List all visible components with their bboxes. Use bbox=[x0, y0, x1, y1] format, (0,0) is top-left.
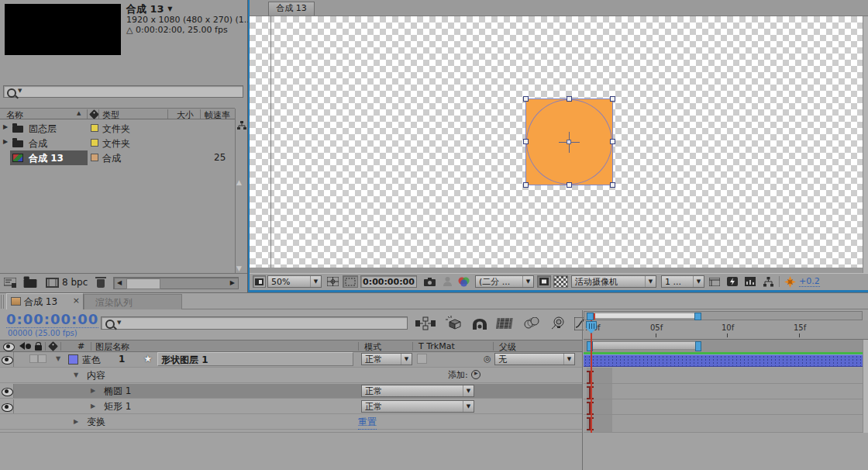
transform-reset-link[interactable]: 重置 bbox=[358, 416, 377, 430]
scroll-up-icon[interactable]: ▲ bbox=[236, 178, 242, 186]
mini-flowchart-button[interactable] bbox=[761, 275, 775, 288]
column-type[interactable]: 类型 bbox=[102, 109, 119, 121]
column-trkmat[interactable]: T TrkMat bbox=[418, 341, 455, 351]
scroll-down-icon[interactable]: ▼ bbox=[236, 264, 242, 272]
selection-handle[interactable] bbox=[610, 182, 615, 188]
panel-grip[interactable] bbox=[1, 295, 5, 309]
scroll-right-icon[interactable]: ▶ bbox=[230, 279, 235, 286]
rect-label[interactable]: 矩形 1 bbox=[104, 400, 131, 413]
selection-handle[interactable] bbox=[610, 96, 615, 102]
project-row-comp13[interactable]: 合成 13 合成 25 bbox=[0, 150, 235, 165]
column-parent[interactable]: 父级 bbox=[499, 341, 516, 353]
motion-blur-button[interactable] bbox=[521, 315, 542, 332]
navigator-handle-right[interactable] bbox=[694, 313, 701, 320]
eye-toggle[interactable] bbox=[0, 399, 14, 413]
exposure-aperture-icon[interactable] bbox=[783, 275, 797, 288]
label-swatch-yellow[interactable] bbox=[91, 124, 98, 132]
navigator-handle-left[interactable] bbox=[587, 313, 594, 320]
time-navigator-track[interactable] bbox=[584, 311, 863, 320]
layer-mode-dropdown[interactable]: 正常 ▼ bbox=[361, 353, 412, 365]
column-layer-name[interactable]: 图层名称 bbox=[95, 341, 129, 353]
expand-contents-icon[interactable]: ▼ bbox=[74, 372, 78, 378]
project-flowchart-icon[interactable] bbox=[237, 121, 246, 130]
project-search-input[interactable]: ▼ bbox=[3, 85, 243, 98]
label-color-name[interactable]: 蓝色 bbox=[82, 354, 101, 367]
label-column-icon[interactable] bbox=[48, 341, 58, 351]
column-mode[interactable]: 模式 bbox=[364, 341, 381, 353]
draft-3d-button[interactable] bbox=[442, 315, 465, 332]
composition-mini-flowchart-button[interactable] bbox=[413, 315, 438, 332]
lock-toggle[interactable] bbox=[38, 354, 46, 363]
eye-toggle[interactable] bbox=[0, 352, 14, 367]
solo-toggle[interactable] bbox=[29, 354, 38, 363]
transform-label[interactable]: 变换 bbox=[87, 416, 105, 429]
item-name[interactable]: 合成 bbox=[29, 137, 47, 150]
scrollbar-thumb[interactable] bbox=[126, 278, 160, 289]
column-name[interactable]: 名称 bbox=[6, 109, 23, 121]
work-area-bar[interactable] bbox=[587, 341, 701, 350]
selection-handle[interactable] bbox=[610, 139, 615, 144]
grid-guides-button[interactable] bbox=[325, 275, 340, 288]
transform-row[interactable]: ▶ 变换 重置 bbox=[0, 415, 582, 430]
column-index[interactable]: # bbox=[78, 341, 84, 351]
shy-layers-button[interactable] bbox=[469, 315, 491, 332]
expand-rect-icon[interactable]: ▶ bbox=[91, 403, 95, 410]
region-of-interest-button[interactable] bbox=[537, 275, 551, 288]
chevron-down-icon[interactable]: ▼ bbox=[18, 88, 22, 94]
active-camera-dropdown[interactable]: 活动摄像机 ▼ bbox=[571, 275, 656, 288]
column-size[interactable]: 大小 bbox=[177, 109, 194, 121]
workarea-handle-right[interactable] bbox=[695, 341, 701, 351]
tab-timeline-comp[interactable]: 合成 13 × bbox=[6, 293, 84, 309]
show-snapshot-button[interactable] bbox=[440, 275, 454, 288]
project-row-solids[interactable]: ▶ 固态层 文件夹 bbox=[0, 121, 235, 136]
new-folder-button[interactable] bbox=[23, 278, 37, 289]
tab-render-queue[interactable]: 渲染队列 bbox=[84, 294, 182, 309]
ellipse-label[interactable]: 椭圆 1 bbox=[104, 385, 131, 398]
snapshot-camera-button[interactable] bbox=[422, 275, 437, 288]
viewer-vscrollbar[interactable] bbox=[863, 16, 868, 273]
roi-button[interactable] bbox=[343, 275, 358, 288]
brainstorm-button[interactable] bbox=[547, 315, 569, 332]
contents-label[interactable]: 内容 bbox=[87, 369, 105, 382]
layer-duration-bar[interactable] bbox=[584, 354, 868, 367]
timeline-column-divider[interactable] bbox=[582, 310, 583, 470]
ellipse-mode-dropdown[interactable]: 正常 ▼ bbox=[361, 385, 474, 397]
channels-button[interactable] bbox=[456, 275, 473, 288]
selection-handle[interactable] bbox=[567, 182, 572, 188]
parent-pickwhip-icon[interactable]: ◎ bbox=[484, 354, 491, 364]
expand-arrow-icon[interactable]: ▶ bbox=[3, 123, 8, 130]
time-ruler[interactable]: :00f 05f 10f 15f bbox=[584, 320, 868, 340]
selection-handle[interactable] bbox=[523, 139, 529, 144]
label-column-icon[interactable] bbox=[89, 109, 99, 119]
timeline-vscrollbar[interactable] bbox=[863, 340, 868, 433]
expand-ellipse-icon[interactable]: ▶ bbox=[91, 387, 95, 394]
exposure-value[interactable]: +0.2 bbox=[799, 276, 820, 287]
timeline-button[interactable] bbox=[708, 275, 722, 288]
selection-handle[interactable] bbox=[523, 182, 529, 188]
selection-handle[interactable] bbox=[567, 96, 572, 102]
histogram-button[interactable] bbox=[743, 275, 757, 288]
transparency-grid-button[interactable] bbox=[553, 275, 568, 288]
eye-toggle[interactable] bbox=[0, 384, 14, 398]
viewer-timecode-button[interactable]: 0:00:00:00 bbox=[360, 275, 417, 288]
viewer-lock-button[interactable] bbox=[253, 275, 266, 288]
item-name[interactable]: 合成 13 bbox=[29, 152, 64, 165]
resolution-dropdown[interactable]: (二分 ... ▼ bbox=[475, 275, 534, 288]
new-composition-button[interactable] bbox=[44, 277, 60, 289]
contents-row[interactable]: ▼ 内容 添加: ▶ bbox=[0, 368, 582, 383]
rect-row[interactable]: ▶ 矩形 1 正常 ▼ bbox=[0, 399, 582, 414]
label-color-swatch[interactable] bbox=[68, 354, 78, 365]
project-row-comps-folder[interactable]: ▶ 合成 文件夹 bbox=[0, 136, 235, 150]
current-time-indicator-line[interactable] bbox=[591, 320, 592, 433]
shape-layer-bbox[interactable] bbox=[525, 98, 613, 185]
time-navigator-bar[interactable] bbox=[587, 313, 701, 319]
layer-name-box[interactable]: 形状图层 1 bbox=[157, 352, 353, 366]
column-fps[interactable]: 帧速率 bbox=[205, 109, 230, 121]
tab-close-icon[interactable]: × bbox=[73, 295, 80, 306]
frame-blending-button[interactable] bbox=[494, 315, 517, 332]
tab-composition[interactable]: 合成 13 bbox=[268, 2, 315, 16]
layer-row-shape-layer-1[interactable]: ▼ 蓝色 1 ★ 形状图层 1 正常 ▼ ◎ 无 ▼ bbox=[0, 352, 582, 368]
label-swatch-yellow[interactable] bbox=[91, 139, 98, 147]
magnification-dropdown[interactable]: 50% ▼ bbox=[267, 275, 322, 288]
add-label[interactable]: 添加: bbox=[448, 369, 468, 381]
